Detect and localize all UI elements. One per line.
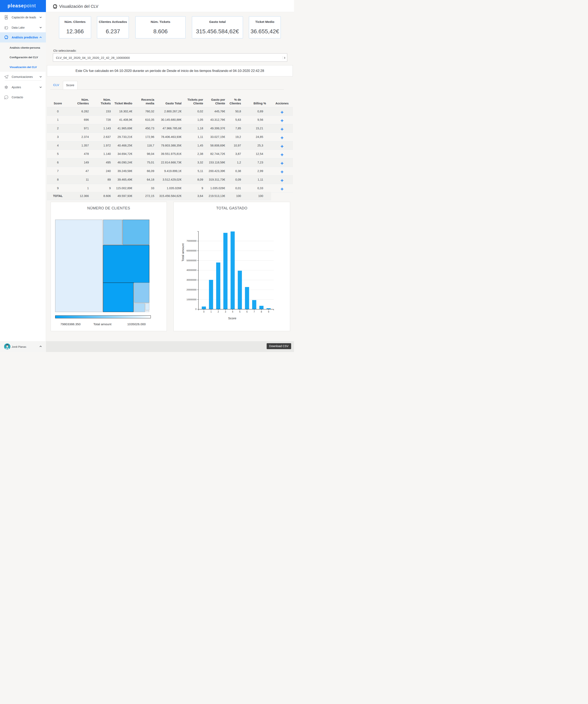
svg-text:60000000: 60000000 <box>186 249 196 252</box>
svg-text:8: 8 <box>261 310 262 313</box>
svg-text:6: 6 <box>246 310 248 313</box>
svg-text:20000000: 20000000 <box>186 288 196 291</box>
svg-text:79803388.350: 79803388.350 <box>60 322 81 326</box>
svg-text:1035026.000: 1035026.000 <box>127 322 146 326</box>
svg-text:7: 7 <box>254 310 255 313</box>
svg-text:Total amount: Total amount <box>93 322 112 326</box>
svg-text:2: 2 <box>217 310 219 313</box>
svg-text:40000000: 40000000 <box>186 269 196 271</box>
svg-text:9: 9 <box>268 310 269 313</box>
svg-text:Score: Score <box>228 316 237 320</box>
svg-text:30000000: 30000000 <box>186 279 196 281</box>
svg-text:70000000: 70000000 <box>186 240 196 242</box>
svg-text:50000000: 50000000 <box>186 259 196 262</box>
svg-text:10000000: 10000000 <box>186 298 196 301</box>
svg-text:Total amount: Total amount <box>181 243 184 261</box>
svg-text:4: 4 <box>232 310 233 313</box>
svg-text:5: 5 <box>239 310 240 313</box>
svg-text:0: 0 <box>203 310 204 313</box>
svg-text:3: 3 <box>225 310 226 313</box>
svg-text:0: 0 <box>195 308 196 310</box>
svg-text:1: 1 <box>210 310 211 313</box>
